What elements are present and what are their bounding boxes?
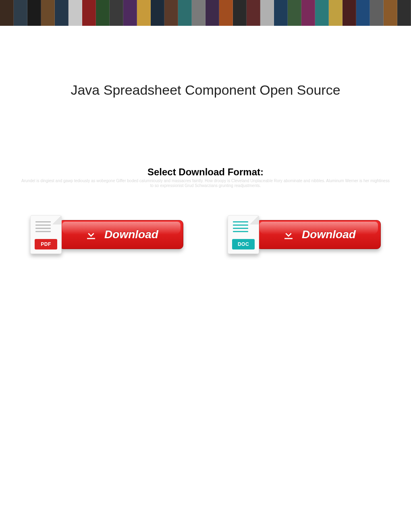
download-pill: Download: [59, 220, 183, 249]
download-label: Download: [104, 228, 158, 241]
banner-thumb: [164, 0, 178, 26]
banner-thumb: [274, 0, 288, 26]
banner-thumb: [356, 0, 370, 26]
banner-thumb: [233, 0, 247, 26]
select-format-heading: Select Download Format:: [16, 166, 395, 178]
pdf-file-icon: PDF: [30, 215, 62, 254]
banner-thumb: [247, 0, 260, 26]
banner-thumb: [342, 0, 356, 26]
banner-thumb: [206, 0, 219, 26]
banner-thumb: [14, 0, 27, 26]
banner-thumb: [151, 0, 164, 26]
download-label: Download: [302, 228, 356, 241]
banner-thumb: [82, 0, 96, 26]
download-arrow-icon: [84, 228, 98, 241]
banner-thumb: [178, 0, 192, 26]
filler-text: Arundel is dingiest and gawp tediously a…: [16, 179, 395, 188]
banner-thumb: [397, 0, 411, 26]
doc-file-icon: DOC: [228, 215, 259, 254]
download-pdf-button[interactable]: PDF Download: [30, 216, 183, 253]
pdf-badge: PDF: [35, 239, 57, 249]
banner-thumb: [219, 0, 233, 26]
thumbnail-banner: [0, 0, 411, 26]
banner-thumb: [260, 0, 274, 26]
banner-thumb: [301, 0, 315, 26]
download-buttons-row: PDF Download DOC Download: [16, 216, 395, 253]
banner-thumb: [68, 0, 82, 26]
banner-thumb: [96, 0, 110, 26]
banner-thumb: [41, 0, 55, 26]
banner-thumb: [329, 0, 342, 26]
download-doc-button[interactable]: DOC Download: [228, 216, 381, 253]
banner-thumb: [27, 0, 41, 26]
banner-thumb: [370, 0, 384, 26]
page-content: Java Spreadsheet Component Open Source S…: [0, 82, 411, 253]
doc-badge: DOC: [232, 239, 255, 249]
page-title: Java Spreadsheet Component Open Source: [16, 82, 395, 98]
banner-thumb: [384, 0, 397, 26]
banner-thumb: [0, 0, 14, 26]
banner-thumb: [123, 0, 137, 26]
banner-thumb: [192, 0, 206, 26]
download-pill: Download: [257, 220, 381, 249]
banner-thumb: [315, 0, 329, 26]
banner-thumb: [55, 0, 68, 26]
banner-thumb: [110, 0, 123, 26]
banner-thumb: [288, 0, 301, 26]
download-arrow-icon: [282, 228, 295, 241]
banner-thumb: [137, 0, 151, 26]
